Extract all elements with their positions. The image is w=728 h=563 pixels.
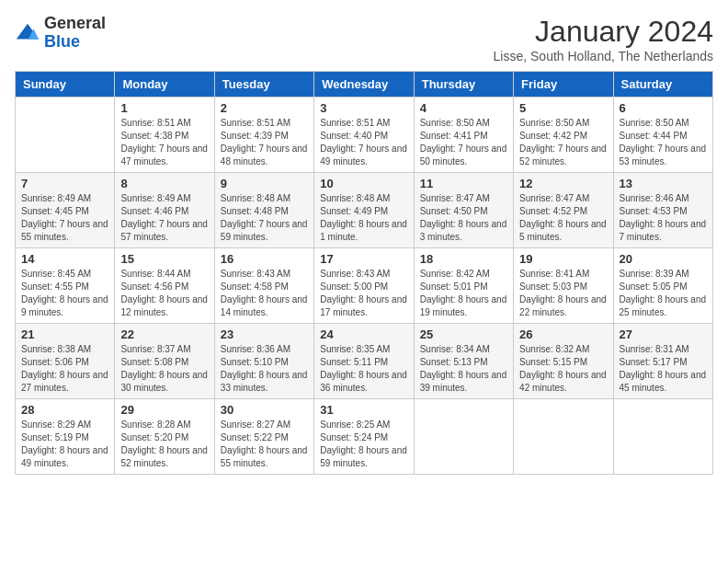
day-number: 22 — [120, 327, 208, 341]
location: Lisse, South Holland, The Netherlands — [494, 49, 713, 63]
calendar-cell: 26Sunrise: 8:32 AMSunset: 5:15 PMDayligh… — [514, 324, 613, 399]
day-info: Sunrise: 8:43 AMSunset: 5:00 PMDaylight:… — [320, 268, 407, 319]
calendar-cell: 30Sunrise: 8:27 AMSunset: 5:22 PMDayligh… — [214, 399, 313, 475]
calendar-week-1: 1Sunrise: 8:51 AMSunset: 4:38 PMDaylight… — [16, 98, 713, 173]
page-header: General Blue January 2024 Lisse, South H… — [15, 15, 713, 63]
day-number: 6 — [620, 101, 707, 115]
day-info: Sunrise: 8:51 AMSunset: 4:38 PMDaylight:… — [120, 117, 208, 168]
calendar-cell: 20Sunrise: 8:39 AMSunset: 5:05 PMDayligh… — [613, 248, 712, 324]
day-info: Sunrise: 8:37 AMSunset: 5:08 PMDaylight:… — [120, 343, 208, 395]
day-info: Sunrise: 8:44 AMSunset: 4:56 PMDaylight:… — [120, 268, 208, 319]
day-info: Sunrise: 8:47 AMSunset: 4:52 PMDaylight:… — [519, 192, 607, 244]
calendar-cell: 27Sunrise: 8:31 AMSunset: 5:17 PMDayligh… — [613, 324, 712, 399]
logo: General Blue — [15, 15, 106, 52]
calendar-cell: 18Sunrise: 8:42 AMSunset: 5:01 PMDayligh… — [414, 248, 513, 324]
day-number: 8 — [120, 177, 208, 190]
day-number: 30 — [221, 403, 308, 417]
day-number: 12 — [519, 177, 607, 190]
day-info: Sunrise: 8:49 AMSunset: 4:46 PMDaylight:… — [120, 192, 208, 244]
day-number: 26 — [519, 327, 607, 341]
logo-blue: Blue — [44, 32, 80, 51]
calendar-cell: 21Sunrise: 8:38 AMSunset: 5:06 PMDayligh… — [16, 324, 115, 399]
day-number: 20 — [620, 252, 707, 266]
day-number: 29 — [120, 403, 208, 417]
calendar-cell: 2Sunrise: 8:51 AMSunset: 4:39 PMDaylight… — [214, 98, 313, 173]
calendar-cell: 12Sunrise: 8:47 AMSunset: 4:52 PMDayligh… — [514, 173, 613, 248]
calendar-cell — [514, 399, 613, 475]
day-info: Sunrise: 8:50 AMSunset: 4:44 PMDaylight:… — [620, 117, 707, 168]
day-number: 25 — [420, 327, 507, 341]
calendar-cell: 28Sunrise: 8:29 AMSunset: 5:19 PMDayligh… — [16, 399, 115, 475]
day-info: Sunrise: 8:48 AMSunset: 4:49 PMDaylight:… — [320, 192, 407, 244]
column-header-sunday: Sunday — [16, 72, 115, 98]
day-info: Sunrise: 8:32 AMSunset: 5:15 PMDaylight:… — [519, 343, 607, 395]
day-number: 18 — [420, 252, 507, 266]
calendar-cell: 19Sunrise: 8:41 AMSunset: 5:03 PMDayligh… — [514, 248, 613, 324]
day-info: Sunrise: 8:35 AMSunset: 5:11 PMDaylight:… — [320, 343, 407, 395]
day-info: Sunrise: 8:46 AMSunset: 4:53 PMDaylight:… — [620, 192, 707, 244]
day-number: 28 — [21, 403, 108, 417]
day-number: 21 — [21, 327, 108, 341]
calendar-cell: 7Sunrise: 8:49 AMSunset: 4:45 PMDaylight… — [16, 173, 115, 248]
calendar-cell: 9Sunrise: 8:48 AMSunset: 4:48 PMDaylight… — [214, 173, 313, 248]
day-number: 16 — [221, 252, 308, 266]
calendar-cell — [613, 399, 712, 475]
column-header-wednesday: Wednesday — [314, 72, 414, 98]
day-info: Sunrise: 8:51 AMSunset: 4:40 PMDaylight:… — [320, 117, 407, 168]
day-number: 10 — [320, 177, 407, 190]
day-info: Sunrise: 8:48 AMSunset: 4:48 PMDaylight:… — [221, 192, 308, 244]
day-info: Sunrise: 8:34 AMSunset: 5:13 PMDaylight:… — [420, 343, 507, 395]
calendar-cell: 29Sunrise: 8:28 AMSunset: 5:20 PMDayligh… — [115, 399, 214, 475]
day-info: Sunrise: 8:49 AMSunset: 4:45 PMDaylight:… — [21, 192, 108, 244]
day-info: Sunrise: 8:43 AMSunset: 4:58 PMDaylight:… — [221, 268, 308, 319]
calendar-week-2: 7Sunrise: 8:49 AMSunset: 4:45 PMDaylight… — [16, 173, 713, 248]
calendar-header-row: SundayMondayTuesdayWednesdayThursdayFrid… — [16, 72, 713, 98]
calendar-cell — [414, 399, 513, 475]
day-number: 2 — [221, 101, 308, 115]
day-info: Sunrise: 8:50 AMSunset: 4:41 PMDaylight:… — [420, 117, 507, 168]
calendar-cell: 15Sunrise: 8:44 AMSunset: 4:56 PMDayligh… — [115, 248, 214, 324]
day-number: 31 — [320, 403, 407, 417]
day-info: Sunrise: 8:41 AMSunset: 5:03 PMDaylight:… — [519, 268, 607, 319]
day-info: Sunrise: 8:27 AMSunset: 5:22 PMDaylight:… — [221, 419, 308, 470]
day-number: 14 — [21, 252, 108, 266]
day-info: Sunrise: 8:29 AMSunset: 5:19 PMDaylight:… — [21, 419, 108, 470]
calendar-cell: 31Sunrise: 8:25 AMSunset: 5:24 PMDayligh… — [314, 399, 414, 475]
calendar-cell: 22Sunrise: 8:37 AMSunset: 5:08 PMDayligh… — [115, 324, 214, 399]
day-info: Sunrise: 8:39 AMSunset: 5:05 PMDaylight:… — [620, 268, 707, 319]
day-number: 1 — [120, 101, 208, 115]
calendar-cell: 10Sunrise: 8:48 AMSunset: 4:49 PMDayligh… — [314, 173, 414, 248]
column-header-thursday: Thursday — [414, 72, 513, 98]
calendar-cell: 3Sunrise: 8:51 AMSunset: 4:40 PMDaylight… — [314, 98, 414, 173]
calendar-table: SundayMondayTuesdayWednesdayThursdayFrid… — [15, 71, 713, 475]
day-number: 3 — [320, 101, 407, 115]
title-block: January 2024 Lisse, South Holland, The N… — [494, 15, 713, 63]
calendar-cell: 24Sunrise: 8:35 AMSunset: 5:11 PMDayligh… — [314, 324, 414, 399]
day-info: Sunrise: 8:38 AMSunset: 5:06 PMDaylight:… — [21, 343, 108, 395]
day-number: 9 — [221, 177, 308, 190]
calendar-cell: 11Sunrise: 8:47 AMSunset: 4:50 PMDayligh… — [414, 173, 513, 248]
day-number: 15 — [120, 252, 208, 266]
logo-general: General — [44, 14, 106, 32]
calendar-cell: 16Sunrise: 8:43 AMSunset: 4:58 PMDayligh… — [214, 248, 313, 324]
day-number: 24 — [320, 327, 407, 341]
day-info: Sunrise: 8:42 AMSunset: 5:01 PMDaylight:… — [420, 268, 507, 319]
calendar-cell: 8Sunrise: 8:49 AMSunset: 4:46 PMDaylight… — [115, 173, 214, 248]
logo-icon — [15, 20, 40, 46]
calendar-cell: 25Sunrise: 8:34 AMSunset: 5:13 PMDayligh… — [414, 324, 513, 399]
day-info: Sunrise: 8:25 AMSunset: 5:24 PMDaylight:… — [320, 419, 407, 470]
column-header-tuesday: Tuesday — [214, 72, 313, 98]
calendar-cell: 6Sunrise: 8:50 AMSunset: 4:44 PMDaylight… — [613, 98, 712, 173]
day-info: Sunrise: 8:28 AMSunset: 5:20 PMDaylight:… — [120, 419, 208, 470]
day-number: 17 — [320, 252, 407, 266]
day-info: Sunrise: 8:45 AMSunset: 4:55 PMDaylight:… — [21, 268, 108, 319]
day-number: 7 — [21, 177, 108, 190]
day-number: 23 — [221, 327, 308, 341]
day-number: 5 — [519, 101, 607, 115]
calendar-cell: 13Sunrise: 8:46 AMSunset: 4:53 PMDayligh… — [613, 173, 712, 248]
calendar-cell: 14Sunrise: 8:45 AMSunset: 4:55 PMDayligh… — [16, 248, 115, 324]
day-info: Sunrise: 8:50 AMSunset: 4:42 PMDaylight:… — [519, 117, 607, 168]
column-header-friday: Friday — [514, 72, 613, 98]
day-info: Sunrise: 8:31 AMSunset: 5:17 PMDaylight:… — [620, 343, 707, 395]
calendar-cell: 4Sunrise: 8:50 AMSunset: 4:41 PMDaylight… — [414, 98, 513, 173]
